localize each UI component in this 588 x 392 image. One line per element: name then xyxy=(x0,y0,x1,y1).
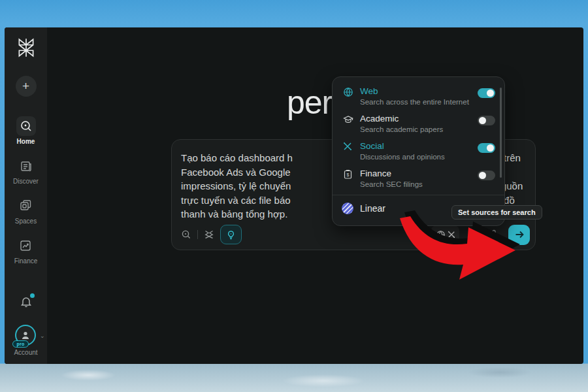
popup-scrollbar[interactable] xyxy=(500,88,502,178)
new-thread-button[interactable]: + xyxy=(16,76,37,97)
discover-news-icon xyxy=(16,156,36,176)
source-name: Academic xyxy=(360,114,478,123)
labs-bulb-icon[interactable] xyxy=(220,225,242,244)
sources-popup: Web Search across the entire Internet Ac… xyxy=(332,76,505,226)
source-row-finance[interactable]: $ Finance Search SEC filings xyxy=(333,163,504,191)
submit-button[interactable] xyxy=(508,225,530,245)
academic-cap-icon xyxy=(343,114,354,127)
source-name: Finance xyxy=(360,169,478,178)
source-name: Web xyxy=(360,86,478,96)
deep-research-icon[interactable] xyxy=(204,229,214,240)
finance-toggle[interactable] xyxy=(478,171,495,180)
perplexity-window: + Home Discover xyxy=(5,27,583,364)
main-area: perplexity Tạo báo cáo dashboard hmarket… xyxy=(47,27,583,364)
paperclip-icon[interactable] xyxy=(468,229,480,240)
account-label: Account xyxy=(14,349,37,356)
web-toggle[interactable] xyxy=(478,88,495,98)
finance-clipboard-icon: $ xyxy=(343,169,354,182)
source-name: Social xyxy=(360,141,478,151)
sidebar-item-spaces[interactable]: Spaces xyxy=(15,196,37,225)
source-description: Discussions and opinions xyxy=(360,153,478,161)
source-row-academic[interactable]: Academic Search academic papers xyxy=(333,108,504,136)
notification-dot xyxy=(30,293,35,298)
sidebar-item-discover[interactable]: Discover xyxy=(13,156,39,185)
source-row-web[interactable]: Web Search across the entire Internet xyxy=(333,81,504,108)
svg-text:$: $ xyxy=(347,172,350,177)
sidebar-item-label: Home xyxy=(17,138,35,145)
source-description: Search across the entire Internet xyxy=(360,98,478,106)
submit-arrow-icon xyxy=(514,229,525,240)
tooltip: Set sources for search xyxy=(451,205,542,220)
finance-chart-icon xyxy=(16,236,35,255)
sidebar-item-label: Finance xyxy=(14,257,38,265)
pro-badge: pro xyxy=(12,340,28,348)
connector-name: Linear xyxy=(360,203,385,214)
sidebar-item-account[interactable]: pro ⌄ Account xyxy=(14,325,37,356)
home-search-icon xyxy=(16,116,36,136)
source-description: Search academic papers xyxy=(360,125,478,133)
notifications-bell-icon[interactable] xyxy=(20,295,33,310)
social-icon xyxy=(343,142,354,154)
globe-icon xyxy=(343,87,354,100)
sidebar-item-finance[interactable]: Finance xyxy=(14,236,38,265)
academic-toggle[interactable] xyxy=(478,116,495,125)
social-toggle[interactable] xyxy=(478,143,495,153)
sidebar: + Home Discover xyxy=(5,27,47,364)
sidebar-item-label: Spaces xyxy=(15,218,37,225)
search-mode-icon[interactable] xyxy=(181,229,191,240)
sidebar-nav: Home Discover Spaces xyxy=(13,116,39,276)
wallpaper-ice xyxy=(0,364,588,392)
sidebar-item-home[interactable]: Home xyxy=(16,116,36,145)
source-row-social[interactable]: Social Discussions and opinions xyxy=(333,136,504,163)
spaces-icon xyxy=(16,196,35,216)
toolbar-divider xyxy=(197,230,198,239)
avatar: pro xyxy=(15,325,36,346)
globe-icon xyxy=(436,230,446,240)
microphone-icon[interactable] xyxy=(489,229,499,240)
perplexity-logo-icon[interactable] xyxy=(15,37,37,59)
linear-logo-icon xyxy=(342,203,353,214)
set-sources-button[interactable] xyxy=(431,225,459,244)
chevron-down-icon: ⌄ xyxy=(40,333,45,339)
sidebar-item-label: Discover xyxy=(13,178,39,185)
social-icon xyxy=(448,231,455,238)
source-description: Search SEC filings xyxy=(360,180,478,188)
